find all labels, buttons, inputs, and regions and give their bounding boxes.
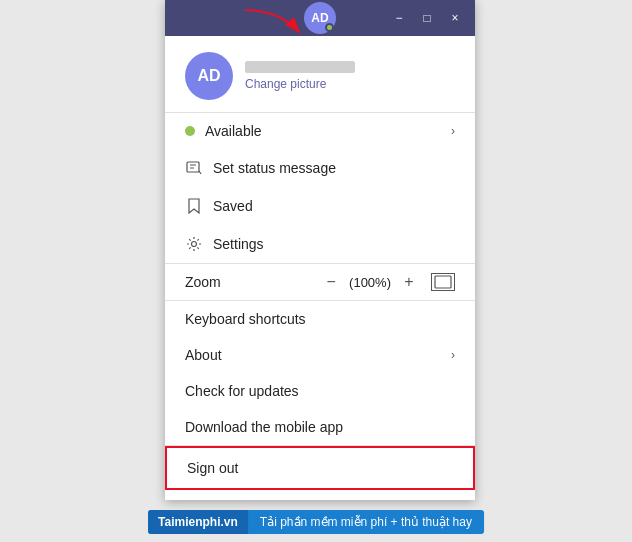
page-background: AD − □ × AD Change picture <box>0 0 632 542</box>
set-status-icon <box>185 159 203 177</box>
keyboard-shortcuts-label: Keyboard shortcuts <box>185 311 455 327</box>
banner-text: Tải phần mềm miễn phí + thủ thuật hay <box>248 510 484 534</box>
zoom-controls: − (100%) + <box>321 272 455 292</box>
zoom-value: (100%) <box>349 275 391 290</box>
svg-point-4 <box>192 242 197 247</box>
menu-content: AD Change picture Available › <box>165 36 475 500</box>
menu-item-check-updates[interactable]: Check for updates <box>165 373 475 409</box>
zoom-fit-button[interactable] <box>431 273 455 291</box>
profile-section: AD Change picture <box>165 36 475 112</box>
close-button[interactable]: × <box>443 6 467 30</box>
signout-label: Sign out <box>187 460 238 476</box>
download-mobile-label: Download the mobile app <box>185 419 455 435</box>
profile-info: Change picture <box>245 61 355 91</box>
minimize-button[interactable]: − <box>387 6 411 30</box>
svg-rect-1 <box>187 162 199 172</box>
about-label: About <box>185 347 441 363</box>
svg-rect-5 <box>435 276 451 288</box>
available-status-dot <box>185 126 195 136</box>
menu-item-about[interactable]: About › <box>165 337 475 373</box>
menu-item-available[interactable]: Available › <box>165 113 475 149</box>
settings-icon <box>185 235 203 253</box>
signout-section: Sign out <box>165 446 475 490</box>
available-chevron-icon: › <box>451 124 455 138</box>
settings-label: Settings <box>213 236 455 252</box>
menu-item-keyboard-shortcuts[interactable]: Keyboard shortcuts <box>165 301 475 337</box>
teams-window: AD − □ × AD Change picture <box>165 0 475 500</box>
zoom-plus-button[interactable]: + <box>399 272 419 292</box>
zoom-label: Zoom <box>185 274 225 290</box>
avatar-initials: AD <box>197 67 220 85</box>
check-updates-label: Check for updates <box>185 383 455 399</box>
menu-item-set-status[interactable]: Set status message <box>165 149 475 187</box>
available-label: Available <box>205 123 441 139</box>
saved-icon <box>185 197 203 215</box>
titlebar-status-dot <box>325 23 334 32</box>
red-arrow-indicator <box>240 5 310 43</box>
zoom-section: Zoom − (100%) + <box>165 263 475 301</box>
signout-item[interactable]: Sign out <box>167 448 473 488</box>
banner-brand: Taimienphi.vn <box>148 510 248 534</box>
change-picture-link[interactable]: Change picture <box>245 77 355 91</box>
zoom-minus-button[interactable]: − <box>321 272 341 292</box>
menu-item-download-mobile[interactable]: Download the mobile app <box>165 409 475 445</box>
avatar: AD <box>185 52 233 100</box>
menu-item-saved[interactable]: Saved <box>165 187 475 225</box>
saved-label: Saved <box>213 198 455 214</box>
set-status-label: Set status message <box>213 160 455 176</box>
profile-name <box>245 61 355 73</box>
bottom-banner: Taimienphi.vn Tải phần mềm miễn phí + th… <box>148 510 484 534</box>
about-chevron-icon: › <box>451 348 455 362</box>
maximize-button[interactable]: □ <box>415 6 439 30</box>
menu-item-settings[interactable]: Settings <box>165 225 475 263</box>
title-bar: AD − □ × <box>165 0 475 36</box>
